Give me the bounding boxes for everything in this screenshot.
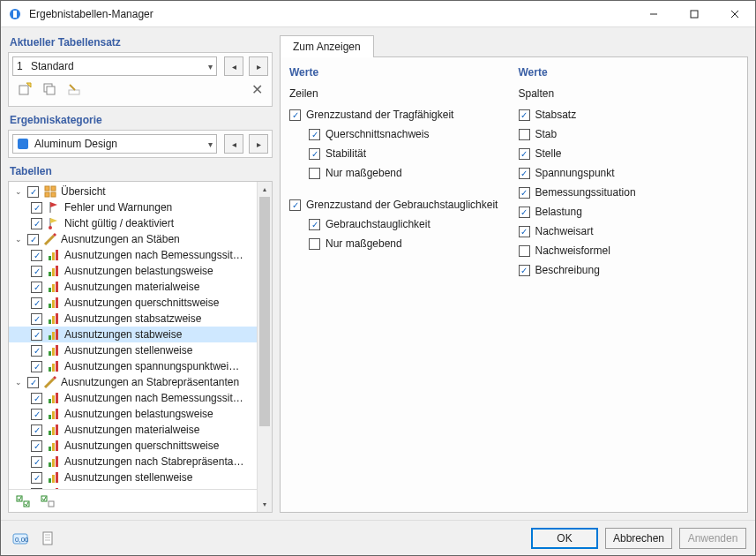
- tree-item[interactable]: Ausnutzungen belastungsweise: [9, 263, 272, 279]
- checkbox-row[interactable]: Nur maßgebend: [289, 163, 510, 183]
- tree-checkbox[interactable]: [31, 202, 42, 214]
- tree-item[interactable]: Ausnutzungen querschnittsweise: [9, 438, 272, 454]
- tree-checkbox[interactable]: [31, 218, 42, 229]
- tree-item[interactable]: Ausnutzungen nach Bemessungssit…: [9, 390, 272, 406]
- checkbox[interactable]: [519, 207, 530, 218]
- prev-button[interactable]: ◂: [224, 56, 243, 76]
- tree-item[interactable]: Ausnutzungen materialweise: [9, 422, 272, 438]
- checkbox-row[interactable]: Stabilität: [289, 144, 510, 163]
- new-button[interactable]: [14, 79, 35, 99]
- apply-button[interactable]: Anwenden: [679, 528, 746, 549]
- category-next-button[interactable]: ▸: [249, 134, 268, 154]
- tree-item[interactable]: ⌄Ausnutzungen an Stabrepräsentanten: [9, 374, 272, 390]
- checkbox[interactable]: [519, 129, 530, 140]
- delete-button[interactable]: ✕: [247, 79, 266, 99]
- tree-item[interactable]: Ausnutzungen stabweise: [9, 327, 272, 342]
- checkbox-row[interactable]: Nachweisart: [519, 222, 739, 241]
- tree-item[interactable]: Ausnutzungen stellenweise: [9, 470, 272, 485]
- uncheck-all-button[interactable]: [37, 492, 58, 511]
- checkbox[interactable]: [309, 238, 320, 250]
- tree-checkbox[interactable]: [31, 282, 42, 293]
- check-all-button[interactable]: [12, 492, 34, 511]
- checkbox[interactable]: [519, 168, 530, 179]
- tree-item[interactable]: Ausnutzungen nach Stabrepräsenta…: [9, 454, 272, 470]
- checkbox[interactable]: [309, 219, 320, 230]
- checkbox[interactable]: [519, 187, 530, 199]
- checkbox[interactable]: [309, 129, 320, 140]
- tablesatz-dropdown[interactable]: 1 Standard ▾: [12, 56, 217, 76]
- checkbox-row[interactable]: Gebrauchstauglichkeit: [289, 214, 510, 234]
- checkbox-row[interactable]: Stab: [519, 124, 739, 144]
- checkbox-row[interactable]: Querschnittsnachweis: [289, 124, 510, 144]
- tree-checkbox[interactable]: [31, 488, 42, 490]
- tree-checkbox[interactable]: [31, 409, 42, 420]
- checkbox-row[interactable]: Grenzzustand der Tragfähigkeit: [289, 105, 510, 124]
- checkbox[interactable]: [519, 109, 530, 121]
- tree-checkbox[interactable]: [31, 425, 42, 436]
- scroll-up-button[interactable]: ▴: [258, 182, 272, 197]
- checkbox[interactable]: [519, 226, 530, 237]
- tables-tree[interactable]: ⌄ÜbersichtFehler und WarnungenNicht gült…: [9, 182, 272, 489]
- checkbox[interactable]: [519, 265, 530, 276]
- checkbox[interactable]: [309, 168, 320, 179]
- tree-checkbox[interactable]: [31, 361, 42, 372]
- tree-item[interactable]: Ausnutzungen stabsatzweise: [9, 311, 272, 327]
- checkbox-row[interactable]: Spannungspunkt: [519, 163, 739, 183]
- checkbox-row[interactable]: Nur maßgebend: [289, 234, 510, 253]
- tree-item[interactable]: ⌄Ausnutzungen an Stäben: [9, 231, 272, 247]
- tree-item[interactable]: Ausnutzungen spannungspunktwei…: [9, 358, 272, 374]
- scroll-down-button[interactable]: ▾: [258, 497, 272, 512]
- tree-checkbox[interactable]: [27, 186, 39, 198]
- tree-checkbox[interactable]: [31, 313, 42, 325]
- tree-item[interactable]: Ausnutzungen belastungsweise: [9, 406, 272, 422]
- checkbox-row[interactable]: Nachweisformel: [519, 241, 739, 260]
- units-button[interactable]: 0,00: [10, 529, 31, 548]
- checkbox-row[interactable]: Beschreibung: [519, 260, 739, 280]
- tree-item[interactable]: Ausnutzungen spannungspunktwei…: [9, 485, 272, 489]
- checkbox[interactable]: [289, 199, 301, 211]
- maximize-button[interactable]: [674, 1, 715, 27]
- category-prev-button[interactable]: ◂: [224, 134, 243, 154]
- tree-scrollbar[interactable]: ▴ ▾: [257, 182, 272, 512]
- checkbox[interactable]: [519, 245, 530, 257]
- close-button[interactable]: [715, 1, 755, 27]
- checkbox-row[interactable]: Stabsatz: [519, 105, 739, 124]
- checkbox[interactable]: [519, 148, 530, 160]
- rename-button[interactable]: [64, 79, 85, 99]
- expand-toggle[interactable]: ⌄: [12, 187, 25, 196]
- tree-checkbox[interactable]: [31, 297, 42, 309]
- checkbox-row[interactable]: Grenzzustand der Gebrauchstauglichkeit: [289, 195, 510, 214]
- tree-item[interactable]: Ausnutzungen stellenweise: [9, 342, 272, 358]
- checkbox[interactable]: [309, 148, 320, 160]
- scroll-thumb[interactable]: [259, 197, 270, 426]
- tree-item[interactable]: Ausnutzungen querschnittsweise: [9, 295, 272, 311]
- tree-item[interactable]: Nicht gültig / deaktiviert: [9, 215, 272, 231]
- tree-checkbox[interactable]: [31, 329, 42, 341]
- minimize-button[interactable]: [633, 1, 674, 27]
- cancel-button[interactable]: Abbrechen: [605, 528, 672, 549]
- copy-button[interactable]: [39, 79, 60, 99]
- tab-zum-anzeigen[interactable]: Zum Anzeigen: [280, 35, 374, 57]
- tree-checkbox[interactable]: [31, 250, 42, 261]
- tree-checkbox[interactable]: [31, 345, 42, 357]
- category-dropdown[interactable]: Aluminum Design ▾: [12, 134, 217, 154]
- next-button[interactable]: ▸: [249, 56, 268, 76]
- tree-checkbox[interactable]: [31, 456, 42, 468]
- tree-item[interactable]: Ausnutzungen materialweise: [9, 279, 272, 295]
- ok-button[interactable]: OK: [531, 528, 598, 549]
- tree-checkbox[interactable]: [31, 266, 42, 277]
- tree-checkbox[interactable]: [27, 234, 39, 245]
- expand-toggle[interactable]: ⌄: [12, 378, 25, 387]
- tree-checkbox[interactable]: [31, 440, 42, 452]
- checkbox-row[interactable]: Belastung: [519, 202, 739, 222]
- tree-checkbox[interactable]: [31, 393, 42, 404]
- tree-checkbox[interactable]: [27, 377, 39, 388]
- tree-checkbox[interactable]: [31, 472, 42, 484]
- tree-item[interactable]: ⌄Übersicht: [9, 184, 272, 199]
- checkbox[interactable]: [289, 109, 301, 121]
- checkbox-row[interactable]: Bemessungssituation: [519, 183, 739, 202]
- checkbox-row[interactable]: Stelle: [519, 144, 739, 163]
- tree-item[interactable]: Ausnutzungen nach Bemessungssit…: [9, 247, 272, 263]
- report-button[interactable]: [38, 529, 59, 548]
- tree-item[interactable]: Fehler und Warnungen: [9, 199, 272, 215]
